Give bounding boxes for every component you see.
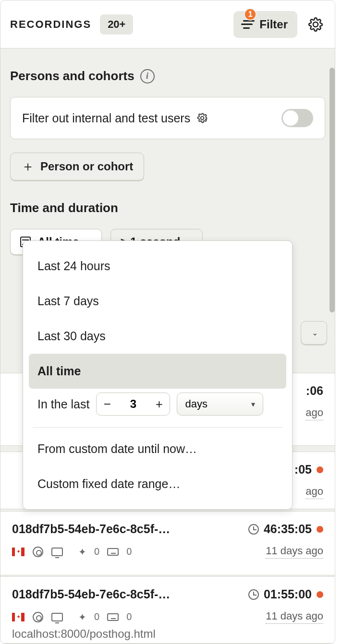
date-range-popover: Last 24 hours Last 7 days Last 30 days A… — [23, 240, 293, 510]
recording-time-ago: 11 days ago — [266, 545, 323, 559]
filter-internal-users-card: Filter out internal and test users — [10, 97, 325, 139]
info-icon[interactable]: i — [140, 69, 155, 83]
filter-count-badge: 1 — [244, 8, 256, 21]
stepper-increment[interactable]: + — [148, 393, 170, 415]
add-person-or-cohort-button[interactable]: ＋ Person or cohort — [10, 153, 144, 180]
date-option-from-custom-until-now[interactable]: From custom date until now… — [29, 431, 286, 466]
keyboard-icon — [107, 611, 119, 623]
gear-icon — [308, 17, 323, 32]
settings-button[interactable] — [306, 15, 325, 34]
recording-duration-partial: :06 — [306, 384, 323, 398]
recordings-title: RECORDINGS — [10, 18, 91, 31]
recording-list-header: RECORDINGS 20+ 1 Filter — [0, 0, 335, 48]
click-count: 0 — [94, 546, 99, 557]
in-the-last-stepper: − 3 + — [96, 393, 170, 416]
device-desktop-icon — [51, 611, 63, 623]
filter-button-label: Filter — [259, 18, 288, 31]
key-count: 0 — [126, 611, 132, 622]
date-option-last-7-days[interactable]: Last 7 days — [29, 284, 286, 319]
stepper-value[interactable]: 3 — [118, 397, 148, 411]
date-option-all-time[interactable]: All time — [29, 354, 286, 389]
browser-chrome-icon — [32, 546, 44, 558]
recording-row[interactable]: 018df7b5-54eb-7e6c-8c5f-… 46:35:05 ✦ 0 0… — [0, 511, 335, 575]
click-count: 0 — [94, 611, 99, 622]
keyboard-icon — [107, 546, 119, 558]
recording-id: 018df7b5-54eb-7e6c-8c5f-… — [12, 522, 170, 536]
click-count-icon: ✦ — [78, 611, 86, 623]
chevron-down-icon: ▾ — [251, 400, 255, 409]
in-the-last-unit-select[interactable]: days ▾ — [177, 393, 263, 416]
filter-internal-users-toggle[interactable] — [281, 109, 313, 127]
recordings-count-badge: 20+ — [100, 14, 133, 35]
browser-chrome-icon — [32, 611, 44, 623]
date-option-last-24-hours[interactable]: Last 24 hours — [29, 249, 286, 284]
click-count-icon: ✦ — [78, 546, 86, 558]
recording-metadata-icons: ✦ 0 0 — [12, 546, 132, 558]
recording-metadata-icons: ✦ 0 0 — [12, 611, 132, 623]
device-desktop-icon — [51, 546, 63, 558]
flag-canada-icon — [12, 613, 24, 621]
clock-icon — [248, 589, 259, 600]
clock-icon — [248, 524, 259, 535]
plus-icon: ＋ — [21, 160, 35, 173]
live-indicator-icon — [317, 466, 323, 473]
popover-divider — [33, 427, 282, 428]
recording-time-ago: ago — [305, 485, 323, 499]
live-indicator-icon — [317, 526, 323, 533]
filter-icon — [243, 20, 255, 29]
stepper-decrement[interactable]: − — [97, 393, 118, 415]
date-option-in-the-last: In the last − 3 + days ▾ — [29, 389, 286, 424]
scrollbar[interactable] — [330, 68, 335, 312]
key-count: 0 — [126, 546, 132, 557]
time-duration-section-title: Time and duration — [10, 201, 325, 215]
persons-cohorts-section-title: Persons and cohorts i — [10, 69, 325, 83]
filter-internal-users-label: Filter out internal and test users — [22, 111, 190, 125]
flag-canada-icon — [12, 548, 24, 556]
recording-id: 018df7b5-54eb-7e6c-8c5f-… — [12, 587, 170, 601]
date-option-last-30-days[interactable]: Last 30 days — [29, 319, 286, 354]
recording-duration: 01:55:00 — [264, 587, 312, 601]
date-option-custom-fixed-range[interactable]: Custom fixed date range… — [29, 466, 286, 501]
recording-duration: 46:35:05 — [264, 522, 312, 536]
recording-duration-partial: :05 — [294, 463, 312, 477]
chevron-down-icon: ⌄ — [312, 329, 318, 337]
recording-time-ago: ago — [305, 406, 323, 420]
status-bar-url: localhost:8000/posthog.html — [12, 627, 156, 641]
gear-icon[interactable] — [196, 112, 208, 124]
live-indicator-icon — [317, 591, 323, 598]
recording-time-ago: 11 days ago — [266, 610, 323, 624]
dropdown-behind-popover[interactable]: ⌄ — [301, 321, 327, 345]
filter-button[interactable]: 1 Filter — [233, 11, 297, 38]
toggle-knob — [283, 110, 298, 126]
